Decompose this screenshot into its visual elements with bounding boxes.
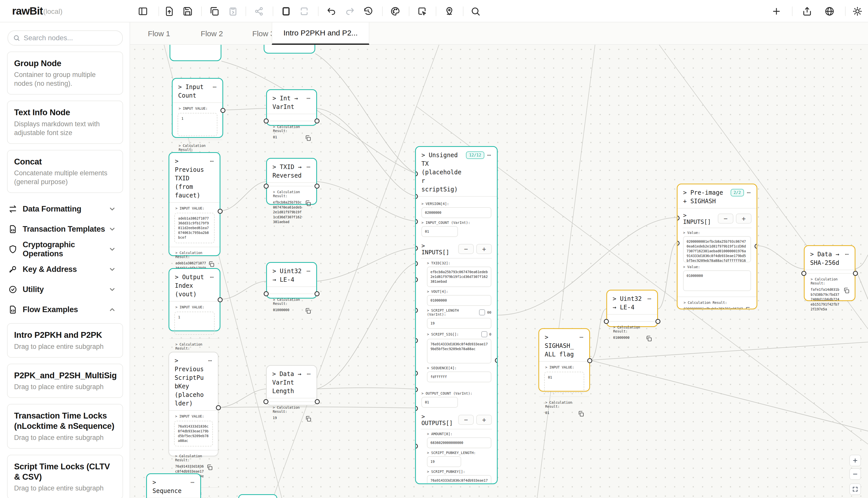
sidebar-category-flow-examples[interactable]: Flow Examples xyxy=(7,300,123,320)
input-value-field[interactable]: 1 xyxy=(178,113,217,136)
node-menu-icon[interactable]: ⋯ xyxy=(210,157,214,166)
node-data-sha256d[interactable]: > Data → SHA-256d⋯ > Calculation Result:… xyxy=(804,245,855,301)
node-fragment-top-left[interactable]: 2 xyxy=(170,45,221,61)
save-icon[interactable] xyxy=(182,5,193,17)
copy-icon[interactable] xyxy=(843,287,850,294)
node-previous-txid[interactable]: > Previous TXID (from faucet)⋯ > INPUT V… xyxy=(169,152,220,256)
port-output[interactable] xyxy=(314,291,320,296)
remove-input-button[interactable]: − xyxy=(718,213,734,224)
progress-badge[interactable]: 12/12 xyxy=(466,152,484,159)
zoom-out-button[interactable] xyxy=(850,468,861,480)
example-card-intro-p2pkh[interactable]: Intro P2PKH and P2PK Drag to place entir… xyxy=(7,323,123,357)
port-output[interactable] xyxy=(315,399,320,404)
copy-icon[interactable] xyxy=(305,307,311,314)
add-input-button[interactable]: + xyxy=(476,244,492,254)
fit-view-button[interactable] xyxy=(850,483,861,495)
input-value-field[interactable]: adeb1a3862f107736dd31c9fb179f9811d2eebed… xyxy=(174,213,215,243)
node-sequence[interactable]: > Sequence⋯ > INPUT VALUE: fffffffd xyxy=(146,473,201,498)
node-menu-icon[interactable]: ⋯ xyxy=(845,250,849,259)
node-card-group-node[interactable]: Group Node Container to group multiple n… xyxy=(7,52,123,94)
sidebar-category-utility[interactable]: Utility xyxy=(7,279,123,300)
copy-icon[interactable] xyxy=(745,306,752,309)
node-menu-icon[interactable]: ⋯ xyxy=(648,294,652,303)
remove-input-button[interactable]: − xyxy=(458,244,474,254)
port-output[interactable] xyxy=(220,108,225,113)
search-toolbar-icon[interactable] xyxy=(470,5,481,17)
node-fragment-bottom[interactable]: > Data xyxy=(238,494,277,498)
vout-input[interactable]: 01000000 xyxy=(427,295,491,306)
port-output[interactable] xyxy=(314,118,320,123)
input-value-field[interactable]: 1 xyxy=(174,312,215,335)
port-output[interactable] xyxy=(218,209,223,214)
sidebar-category-cryptographic-operations[interactable]: Cryptographic Operations xyxy=(7,239,123,259)
copy-icon[interactable] xyxy=(305,416,311,422)
node-menu-icon[interactable]: ⋯ xyxy=(213,83,217,91)
sequence-input[interactable]: fdffffff xyxy=(427,371,491,382)
port-input[interactable] xyxy=(264,291,269,296)
script-pubkey-input[interactable]: 76a914333d1836c8f4db933eae179bd5bf5ec920… xyxy=(427,475,491,484)
node-preimage-sighash[interactable]: > Pre-image + SIGHASH 2/2 ⋯ > INPUTS[] −… xyxy=(677,184,757,309)
file-import-icon[interactable] xyxy=(164,5,175,17)
input-value-field[interactable]: 01 xyxy=(544,372,584,393)
node-menu-icon[interactable]: ⋯ xyxy=(191,478,195,487)
input-value-field[interactable]: 76a914333d1836c8f4db933eae179bd5bf5ec920… xyxy=(174,421,213,446)
cursor-select-icon[interactable] xyxy=(416,5,428,17)
sidebar-category-data-formatting[interactable]: Data Formatting xyxy=(7,199,123,219)
history-icon[interactable] xyxy=(362,5,374,17)
add-output-button[interactable]: + xyxy=(476,415,492,425)
copy-icon[interactable] xyxy=(646,335,652,342)
share-graph-icon[interactable] xyxy=(254,5,265,17)
example-card-transaction-time-locks[interactable]: Transaction Time Locks (nLocktime & nSeq… xyxy=(7,404,123,449)
copy-icon[interactable] xyxy=(206,464,213,471)
flow-canvas[interactable]: 2 > Input Count⋯ > INPUT VALUE: 1 > Calc… xyxy=(130,45,868,498)
map-pin-icon[interactable] xyxy=(443,5,455,17)
node-uint32-le4-a[interactable]: > Uint32 → LE-4⋯ > Calculation Result: 0… xyxy=(266,262,317,299)
amount-input[interactable]: 6836020000000000 xyxy=(427,437,491,448)
port-output[interactable] xyxy=(216,405,221,410)
version-input[interactable]: 02000000 xyxy=(422,207,491,218)
script-length-input[interactable]: 19 xyxy=(427,318,491,329)
frame-icon[interactable] xyxy=(280,5,292,17)
undo-icon[interactable] xyxy=(326,5,337,17)
output-count-input[interactable]: 01 xyxy=(422,397,458,408)
add-flow-icon[interactable] xyxy=(770,5,782,17)
split-frame-icon[interactable] xyxy=(298,5,310,17)
globe-icon[interactable] xyxy=(824,5,835,17)
add-input-button[interactable]: + xyxy=(736,213,752,224)
zoom-in-button[interactable] xyxy=(850,455,861,466)
tab-flow-1[interactable]: Flow 1 xyxy=(133,22,185,45)
node-menu-icon[interactable]: ⋯ xyxy=(307,94,311,103)
node-card-concat[interactable]: Concat Concatenate multiple elements (ge… xyxy=(7,150,123,193)
sidebar-category-key-address[interactable]: Key & Address xyxy=(7,259,123,279)
port-input[interactable] xyxy=(264,118,269,123)
node-menu-icon[interactable]: ⋯ xyxy=(487,151,491,159)
panel-left-icon[interactable] xyxy=(137,5,149,17)
sidebar-category-transaction-templates[interactable]: Transaction Templates xyxy=(7,219,123,239)
node-menu-icon[interactable]: ⋯ xyxy=(208,356,212,365)
node-output-index[interactable]: > Output Index (vout)⋯ > INPUT VALUE: 1 … xyxy=(169,268,220,331)
copy-icon[interactable] xyxy=(578,410,584,417)
port-output[interactable] xyxy=(314,184,320,189)
input-count-input[interactable]: 01 xyxy=(422,226,458,237)
node-menu-icon[interactable]: ⋯ xyxy=(307,267,311,275)
port-output[interactable] xyxy=(656,319,660,324)
value-2-input[interactable]: 01000000 xyxy=(683,271,751,291)
search-input[interactable]: Search nodes... xyxy=(8,30,123,45)
copy-icon[interactable] xyxy=(305,135,311,141)
script-sig-checkbox[interactable] xyxy=(481,331,487,337)
txid-input[interactable]: efbcb8a25b793c067470ea61edeb2e1d81f979b1… xyxy=(427,266,491,287)
node-txid-reversed[interactable]: > TXID → Reversed⋯ > Calculation Result:… xyxy=(266,158,317,205)
node-menu-icon[interactable]: ⋯ xyxy=(210,273,214,281)
value-1-input[interactable]: 0200000001efbcb8a25b793c067470ea61edeb2e… xyxy=(683,236,751,262)
export-icon[interactable] xyxy=(801,5,813,17)
port-input[interactable] xyxy=(801,271,806,276)
node-data-varint-length[interactable]: > Data → VarInt Length⋯ > Calculation Re… xyxy=(266,365,317,405)
node-menu-icon[interactable]: ⋯ xyxy=(580,333,584,342)
paste-icon[interactable] xyxy=(227,5,239,17)
node-input-count[interactable]: > Input Count⋯ > INPUT VALUE: 1 > Calcul… xyxy=(172,78,223,138)
port-input[interactable] xyxy=(263,399,269,404)
node-previous-scriptpubkey[interactable]: > Previous ScriptPubKey (placeholder)⋯ >… xyxy=(169,352,218,456)
script-sig-input[interactable]: 76a914333d1836c8f4db933eae179bd5bf5ec920… xyxy=(427,339,491,364)
copy-icon[interactable] xyxy=(305,200,311,207)
node-unsigned-tx[interactable]: > Unsigned TX (placeholder scriptSig) 12… xyxy=(415,146,498,484)
